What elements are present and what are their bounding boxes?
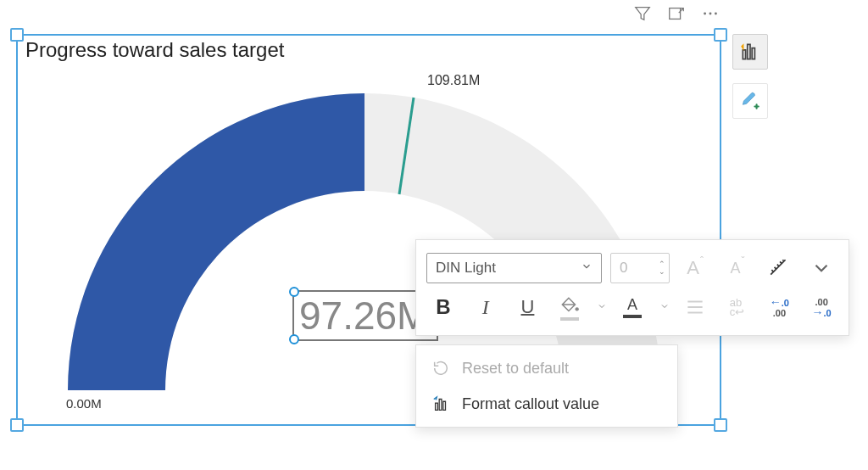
context-menu: Reset to default Format callout value	[415, 344, 678, 428]
more-options-icon[interactable]	[701, 4, 720, 23]
display-units-button[interactable]	[762, 251, 796, 285]
chart-title[interactable]: Progress toward sales target	[25, 38, 284, 62]
increase-font-size-button: Aˆ	[678, 251, 712, 285]
svg-rect-0	[670, 8, 681, 20]
display-units-dropdown[interactable]	[804, 251, 838, 285]
gauge-value-arc	[68, 93, 364, 390]
font-family-value: DIN Light	[436, 260, 496, 277]
focus-mode-icon[interactable]	[667, 4, 686, 23]
suggest-visual-button[interactable]	[732, 34, 768, 70]
format-brush-button[interactable]	[732, 83, 768, 119]
chevron-down-icon	[581, 260, 593, 277]
alignment-button	[678, 290, 712, 324]
underline-button[interactable]: U	[511, 290, 545, 324]
resize-handle-bl[interactable]	[10, 418, 24, 432]
formatting-toolbar: DIN Light 0 ⌃ ⌄ Aˆ Aˇ B I U	[415, 239, 849, 336]
resize-handle-tl[interactable]	[10, 28, 24, 42]
svg-point-4	[576, 307, 579, 311]
format-callout-label: Format callout value	[462, 395, 599, 413]
font-size-value: 0	[620, 260, 627, 277]
reset-to-default-item: Reset to default	[416, 350, 677, 386]
callout-handle-top[interactable]	[289, 287, 299, 297]
reset-icon	[431, 359, 450, 378]
font-size-input[interactable]: 0 ⌃ ⌄	[610, 253, 670, 283]
visual-header-icons	[633, 4, 720, 23]
font-size-spinner[interactable]: ⌃ ⌄	[659, 260, 665, 276]
format-callout-value-item[interactable]: Format callout value	[416, 386, 677, 422]
fill-color-dropdown[interactable]	[597, 301, 607, 314]
increase-decimal-button[interactable]: .00→.0	[804, 290, 838, 324]
svg-point-2	[709, 13, 712, 15]
on-object-tools	[732, 34, 768, 119]
decrease-decimal-button[interactable]: ←.0.00	[762, 290, 796, 324]
spinner-down-icon[interactable]: ⌄	[659, 268, 665, 276]
svg-point-3	[715, 13, 717, 15]
gauge-target-label: 109.81M	[427, 73, 480, 88]
italic-button[interactable]: I	[469, 290, 503, 324]
resize-handle-tr[interactable]	[714, 28, 727, 42]
gauge-min-label: 0.00M	[66, 396, 102, 411]
filter-icon[interactable]	[633, 4, 652, 23]
callout-handle-bottom[interactable]	[289, 334, 299, 344]
reset-label: Reset to default	[462, 360, 569, 378]
bold-button[interactable]: B	[426, 290, 460, 324]
font-color-dropdown[interactable]	[659, 301, 670, 314]
resize-handle-br[interactable]	[714, 418, 727, 432]
fill-color-button[interactable]	[553, 290, 587, 324]
format-callout-icon	[431, 394, 450, 413]
font-family-select[interactable]: DIN Light	[426, 253, 602, 283]
svg-point-1	[704, 13, 706, 15]
decrease-font-size-button: Aˇ	[721, 251, 754, 285]
font-color-button[interactable]: A	[615, 290, 649, 324]
word-wrap-button: abc↩	[721, 290, 754, 324]
